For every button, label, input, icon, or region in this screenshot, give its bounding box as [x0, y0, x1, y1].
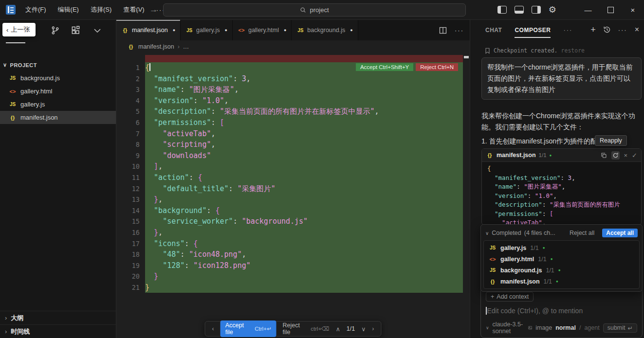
timeline-section[interactable]: › 时间线	[0, 324, 116, 338]
back-arrow-icon[interactable]: ←	[134, 5, 143, 15]
code-line: 7 "activeTab",	[116, 128, 470, 140]
accept-all-button[interactable]: Accept all	[602, 229, 638, 237]
new-chat-icon[interactable]: +	[590, 25, 596, 34]
code-editor[interactable]: 1{2 "manifest_version": 3,3 "name": "图片采…	[116, 53, 470, 338]
code-token: {	[145, 63, 149, 72]
close-window-button[interactable]: ×	[622, 0, 644, 19]
project-section-header[interactable]: ∨ PROJECT	[3, 62, 37, 68]
command-search-input[interactable]: project	[163, 3, 466, 17]
breadcrumb[interactable]: {} manifest.json › …	[116, 40, 480, 53]
accept-file-button[interactable]: Accept file Ctrl+↵	[221, 320, 276, 337]
code-line: 14 "background": {	[116, 205, 470, 216]
outline-section[interactable]: › 大纲	[0, 311, 116, 324]
extensions-icon[interactable]	[71, 26, 80, 35]
previous-image-tooltip[interactable]: ‹ 上一张	[2, 23, 36, 36]
chat-panel-actions: + ··· ×	[590, 25, 639, 34]
menu-selection[interactable]: 选择(S)	[85, 5, 117, 14]
tab-chat[interactable]: CHAT	[485, 27, 502, 34]
completed-file-name: gallery.html	[500, 256, 534, 263]
close-panel-icon[interactable]: ×	[635, 25, 639, 34]
add-context-button[interactable]: + Add context	[486, 292, 534, 302]
menu-edit[interactable]: 编辑(E)	[52, 5, 85, 14]
code-line-content: "version": "1.0",	[145, 95, 463, 107]
toggle-right-panel-icon[interactable]	[532, 6, 541, 14]
code-token	[145, 129, 163, 138]
file-tree-item[interactable]: {}manifest.json	[0, 111, 116, 124]
dirty-indicator-icon[interactable]: ●	[173, 28, 175, 33]
gear-icon[interactable]: ⚙	[549, 5, 556, 14]
model-selector[interactable]: claude-3.5-sonnet	[493, 321, 525, 335]
add-context-label: Add context	[497, 293, 529, 300]
mode-normal[interactable]: normal	[555, 324, 576, 331]
chat-more-actions-icon[interactable]: ···	[618, 26, 627, 34]
maximize-button[interactable]	[599, 0, 622, 19]
editor-tab-gallery.html[interactable]: <>gallery.html●	[233, 20, 292, 40]
copy-icon[interactable]	[601, 152, 607, 159]
completed-file-row[interactable]: JSbackground.js1/1●	[484, 265, 639, 276]
editor-scrollbar[interactable]	[463, 53, 470, 338]
diff-reject-button[interactable]: Reject Ctrl+N	[416, 63, 458, 71]
previous-image-label: 上一张	[11, 25, 30, 34]
diff-accept-button[interactable]: Accept Ctrl+Shift+Y	[356, 63, 413, 71]
accept-block-icon[interactable]: ✓	[632, 152, 637, 159]
html-file-icon: <>	[489, 256, 497, 262]
editor-tab-manifest.json[interactable]: {}manifest.json●	[116, 20, 181, 40]
chevron-down-icon[interactable]	[93, 28, 101, 34]
next-change-icon[interactable]: ∨	[361, 325, 366, 333]
mode-agent[interactable]: agent	[584, 324, 599, 331]
code-token	[145, 74, 154, 83]
file-tree-item[interactable]: <>gallery.html	[0, 85, 116, 98]
chat-tabs-more-icon[interactable]: ···	[563, 26, 572, 34]
editor-tab-background.js[interactable]: JSbackground.js●	[292, 20, 358, 40]
split-editor-icon[interactable]	[439, 27, 447, 34]
code-token	[145, 173, 154, 182]
file-name: manifest.json	[20, 114, 58, 121]
completed-file-row[interactable]: {}manifest.json1/1●	[484, 276, 639, 287]
editor-tab-gallery.js[interactable]: JSgallery.js●	[181, 20, 233, 40]
next-file-icon[interactable]: ›	[372, 325, 374, 332]
toggle-bottom-panel-icon[interactable]	[515, 6, 524, 14]
history-icon[interactable]	[603, 26, 611, 34]
prev-change-icon[interactable]: ∧	[336, 325, 340, 333]
code-token	[145, 184, 163, 193]
reject-all-button[interactable]: Reject all	[570, 230, 594, 236]
prev-file-icon[interactable]: ‹	[212, 325, 214, 332]
image-toggle[interactable]: image	[535, 324, 552, 331]
editor-tabbar: {}manifest.json●JSgallery.js●<>gallery.h…	[116, 20, 470, 40]
deleted-lines-strip[interactable]	[145, 55, 463, 62]
dirty-indicator-icon[interactable]: ●	[225, 28, 227, 33]
editor-more-actions-icon[interactable]: ···	[455, 27, 464, 34]
reapply-icon[interactable]	[611, 151, 620, 160]
reject-block-icon[interactable]: ×	[624, 152, 628, 159]
tab-composer[interactable]: COMPOSER	[515, 27, 551, 34]
code-block-filename[interactable]: manifest.json	[497, 152, 536, 159]
line-number: 16	[116, 227, 145, 238]
file-tree-item[interactable]: JSbackground.js	[0, 71, 116, 85]
toggle-left-panel-icon[interactable]	[497, 6, 507, 14]
forward-arrow-icon[interactable]: →	[149, 5, 158, 15]
chevron-down-icon[interactable]: ∨	[485, 231, 489, 236]
code-line: 19 "128": "icon128.png"	[116, 260, 470, 271]
json-file-icon: {}	[127, 44, 135, 50]
input-placeholder: Edit code (Ctrl+I), @ to mention	[487, 307, 583, 315]
file-tree-item[interactable]: JSgallery.js	[0, 98, 116, 111]
checkpoint-restore-link[interactable]: restore	[561, 47, 585, 54]
composer-footer: ∨ claude-3.5-sonnet image normal / agent…	[486, 321, 637, 335]
dirty-indicator-icon[interactable]: ●	[350, 28, 352, 33]
reject-file-button[interactable]: Reject file ctrl+⌫	[283, 322, 330, 336]
file-name: gallery.js	[20, 101, 45, 108]
source-control-icon[interactable]	[51, 26, 60, 35]
composer-text-input[interactable]: Edit code (Ctrl+I), @ to mention	[486, 307, 637, 315]
minimize-button[interactable]: —	[577, 0, 599, 19]
code-token: }	[154, 228, 158, 237]
code-token: ,	[158, 228, 163, 237]
composer-input-box[interactable]: + Add context Edit code (Ctrl+I), @ to m…	[480, 287, 643, 338]
dirty-indicator-icon[interactable]: ●	[284, 28, 286, 33]
code-token: :	[193, 96, 202, 105]
code-token: ,	[571, 174, 575, 181]
submit-button[interactable]: submit ↵	[603, 323, 637, 333]
completed-file-row[interactable]: JSgallery.js1/1●	[484, 242, 639, 253]
code-token: "default_title"	[163, 184, 228, 193]
menu-file[interactable]: 文件(F)	[19, 5, 52, 14]
completed-file-row[interactable]: <>gallery.html1/1●	[484, 253, 639, 265]
